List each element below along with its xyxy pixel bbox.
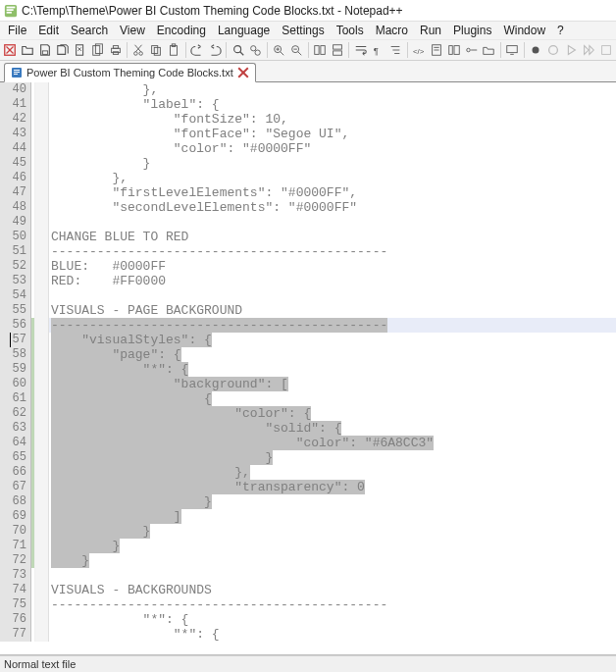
code-line[interactable]: 59 "*": {	[0, 362, 616, 377]
code-line[interactable]: 44 "color": "#0000FF"	[0, 141, 616, 156]
fold-gutter[interactable]	[35, 509, 49, 524]
menu-tools[interactable]: Tools	[331, 23, 370, 38]
menu-language[interactable]: Language	[212, 23, 276, 38]
code-text[interactable]: },	[49, 82, 616, 97]
code-text[interactable]: },	[49, 465, 616, 480]
stop-icon[interactable]	[545, 41, 562, 59]
code-line[interactable]: 71 }	[0, 539, 616, 553]
code-line[interactable]: 65 }	[0, 450, 616, 465]
fold-gutter[interactable]	[35, 82, 49, 97]
code-line[interactable]: 74VISUALS - BACKGROUNDS	[0, 583, 616, 597]
code-line[interactable]: 66 },	[0, 465, 616, 480]
new-icon[interactable]	[2, 41, 19, 59]
fold-gutter[interactable]	[35, 112, 49, 127]
fold-gutter[interactable]	[35, 465, 49, 480]
fold-gutter[interactable]	[35, 524, 49, 539]
code-text[interactable]: VISUALS - PAGE BACKGROUND	[49, 303, 616, 318]
code-text[interactable]: "*": {	[49, 362, 616, 377]
fold-gutter[interactable]	[35, 127, 49, 141]
code-line[interactable]: 73	[0, 568, 616, 583]
fold-gutter[interactable]	[35, 318, 49, 333]
code-line[interactable]: 55VISUALS - PAGE BACKGROUND	[0, 303, 616, 318]
code-text[interactable]: ----------------------------------------…	[49, 597, 616, 612]
code-text[interactable]: ]	[49, 509, 616, 524]
code-line[interactable]: 50CHANGE BLUE TO RED	[0, 230, 616, 244]
code-text[interactable]: VISUALS - BACKGROUNDS	[49, 583, 616, 597]
fold-gutter[interactable]	[35, 568, 49, 583]
menu-window[interactable]: Window	[497, 23, 551, 38]
file-tab[interactable]: Power BI Custom Theming Code Blocks.txt	[4, 63, 256, 82]
sync-v-icon[interactable]	[311, 41, 328, 59]
fold-gutter[interactable]	[35, 612, 49, 627]
editor[interactable]: 40 },41 "label": {42 "fontSize": 10,43 "…	[0, 82, 616, 655]
code-text[interactable]: "color": "#6A8CC3"	[49, 436, 616, 450]
show-all-chars-icon[interactable]: ¶	[370, 41, 386, 59]
menu-view[interactable]: View	[114, 23, 151, 38]
code-line[interactable]: 63 "solid": {	[0, 421, 616, 436]
code-text[interactable]: },	[49, 171, 616, 185]
code-text[interactable]: "visualStyles": {	[49, 333, 616, 347]
save-icon[interactable]	[37, 41, 54, 59]
code-text[interactable]: CHANGE BLUE TO RED	[49, 230, 616, 244]
code-line[interactable]: 40 },	[0, 82, 616, 97]
code-line[interactable]: 46 },	[0, 171, 616, 185]
code-line[interactable]: 72 }	[0, 553, 616, 568]
code-line[interactable]: 56--------------------------------------…	[0, 318, 616, 333]
code-text[interactable]: "transparency": 0	[49, 480, 616, 494]
code-line[interactable]: 64 "color": "#6A8CC3"	[0, 436, 616, 450]
menu-search[interactable]: Search	[65, 23, 114, 38]
sync-h-icon[interactable]	[329, 41, 345, 59]
code-text[interactable]: }	[49, 156, 616, 171]
paste-icon[interactable]	[166, 41, 182, 59]
fold-gutter[interactable]	[35, 274, 49, 288]
code-line[interactable]: 61 {	[0, 391, 616, 406]
record-icon[interactable]	[528, 41, 544, 59]
code-line[interactable]: 69 ]	[0, 509, 616, 524]
fold-gutter[interactable]	[35, 244, 49, 259]
fold-gutter[interactable]	[35, 391, 49, 406]
code-text[interactable]: "label": {	[49, 97, 616, 112]
code-line[interactable]: 60 "background": [	[0, 377, 616, 391]
wordwrap-icon[interactable]	[352, 41, 369, 59]
replace-icon[interactable]	[247, 41, 264, 59]
fold-gutter[interactable]	[35, 627, 49, 642]
code-text[interactable]: "*": {	[49, 612, 616, 627]
doc-list-icon[interactable]	[445, 41, 462, 59]
code-text[interactable]	[49, 215, 616, 230]
fold-gutter[interactable]	[35, 156, 49, 171]
close-icon[interactable]	[72, 41, 88, 59]
code-text[interactable]: "solid": {	[49, 421, 616, 436]
cut-icon[interactable]	[130, 41, 147, 59]
code-line[interactable]: 42 "fontSize": 10,	[0, 112, 616, 127]
fold-gutter[interactable]	[35, 494, 49, 509]
fold-gutter[interactable]	[35, 450, 49, 465]
code-text[interactable]: ----------------------------------------…	[49, 318, 616, 333]
code-line[interactable]: 47 "firstLevelElements": "#0000FF",	[0, 185, 616, 200]
copy-icon[interactable]	[148, 41, 165, 59]
find-icon[interactable]	[230, 41, 246, 59]
fold-gutter[interactable]	[35, 362, 49, 377]
code-line[interactable]: 43 "fontFace": "Segoe UI",	[0, 127, 616, 141]
code-text[interactable]: "color": {	[49, 406, 616, 421]
folder-icon[interactable]	[481, 41, 497, 59]
code-line[interactable]: 62 "color": {	[0, 406, 616, 421]
print-icon[interactable]	[107, 41, 124, 59]
code-text[interactable]: {	[49, 391, 616, 406]
code-text[interactable]: }	[49, 494, 616, 509]
fold-gutter[interactable]	[35, 480, 49, 494]
code-line[interactable]: 41 "label": {	[0, 97, 616, 112]
menu-settings[interactable]: Settings	[276, 23, 330, 38]
code-line[interactable]: 45 }	[0, 156, 616, 171]
code-line[interactable]: 76 "*": {	[0, 612, 616, 627]
code-line[interactable]: 70 }	[0, 524, 616, 539]
code-line[interactable]: 48 "secondLevelElements": "#0000FF"	[0, 200, 616, 215]
fold-gutter[interactable]	[35, 583, 49, 597]
monitor-icon[interactable]	[504, 41, 521, 59]
lang-ud-icon[interactable]: </>	[411, 41, 428, 59]
fold-gutter[interactable]	[35, 200, 49, 215]
menu-plugins[interactable]: Plugins	[447, 23, 497, 38]
play-icon[interactable]	[562, 41, 579, 59]
doc-map-icon[interactable]	[428, 41, 444, 59]
zoom-out-icon[interactable]	[288, 41, 305, 59]
code-line[interactable]: 52BLUE: #0000FF	[0, 259, 616, 274]
